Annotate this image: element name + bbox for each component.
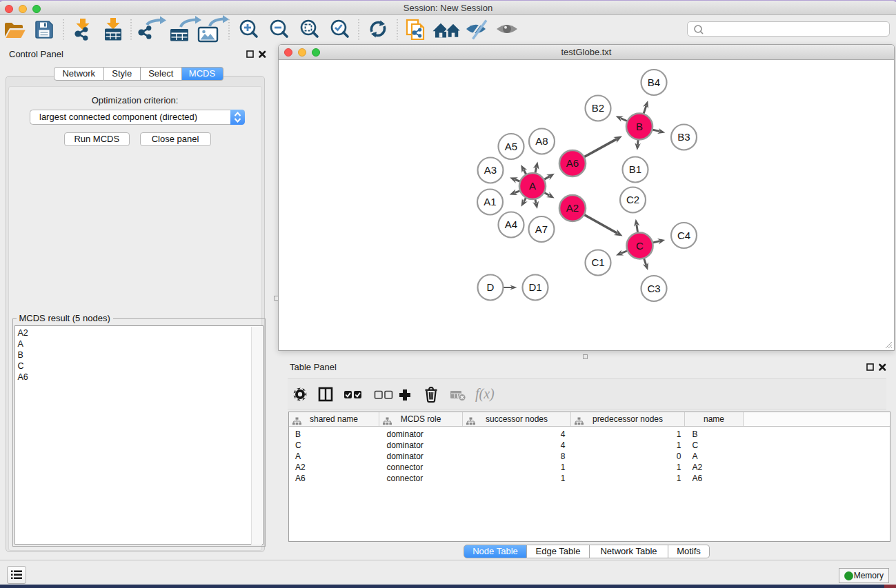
svg-text:A7: A7 (535, 223, 548, 235)
svg-text:C4: C4 (677, 230, 690, 241)
svg-text:A3: A3 (484, 164, 497, 176)
svg-text:B2: B2 (592, 102, 604, 114)
svg-text:B4: B4 (648, 77, 660, 88)
svg-text:C3: C3 (647, 283, 660, 294)
svg-text:B3: B3 (677, 131, 690, 143)
svg-text:B1: B1 (629, 163, 641, 175)
svg-text:A4: A4 (505, 219, 517, 230)
svg-text:D1: D1 (528, 281, 541, 293)
svg-text:D: D (487, 281, 495, 293)
svg-text:A8: A8 (535, 135, 548, 147)
svg-text:C: C (636, 240, 644, 252)
svg-text:A5: A5 (505, 141, 517, 152)
svg-text:A6: A6 (566, 157, 579, 169)
svg-text:C1: C1 (591, 256, 604, 268)
svg-text:C2: C2 (626, 194, 639, 205)
svg-text:A2: A2 (566, 202, 579, 214)
svg-text:A: A (529, 180, 536, 192)
svg-text:B: B (636, 121, 643, 132)
svg-text:A1: A1 (484, 196, 496, 207)
